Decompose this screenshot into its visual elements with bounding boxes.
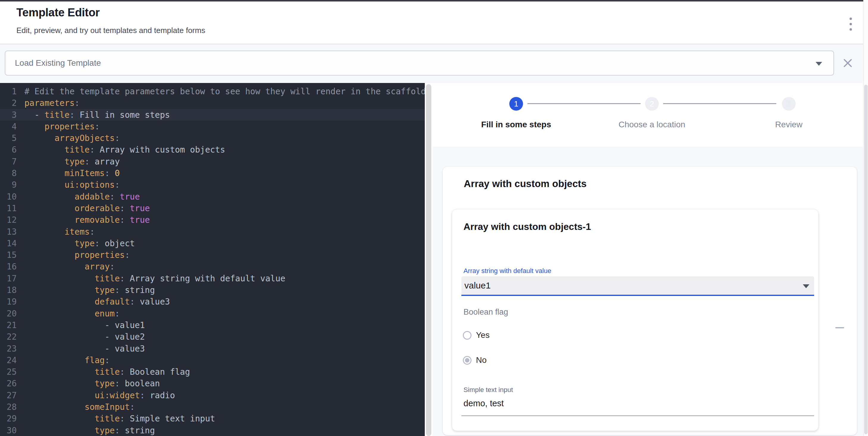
- code-line[interactable]: 7 type: array: [0, 156, 425, 167]
- kebab-menu-icon[interactable]: [845, 17, 857, 31]
- toolbar: Load Existing Template: [0, 44, 868, 83]
- line-number: 27: [0, 390, 17, 401]
- code-line[interactable]: 8 minItems: 0: [0, 167, 425, 179]
- step-label: Review: [775, 120, 803, 129]
- page-scrollbar[interactable]: [864, 85, 868, 434]
- select-caret-icon: [803, 284, 809, 288]
- array-item-card: Array with custom objects-1 Array string…: [452, 209, 818, 431]
- line-number: 9: [0, 179, 17, 191]
- line-number: 16: [0, 261, 17, 272]
- code-line[interactable]: 11 orderable: true: [0, 203, 425, 214]
- form-card: Array with custom objects Array with cus…: [443, 167, 857, 435]
- code-line[interactable]: 21 - value1: [0, 320, 425, 331]
- code-line[interactable]: 13 items:: [0, 226, 425, 238]
- clear-template-button[interactable]: [842, 57, 854, 69]
- load-template-placeholder: Load Existing Template: [15, 58, 101, 68]
- code-line[interactable]: 10 addable: true: [0, 191, 425, 203]
- line-number: 13: [0, 226, 17, 238]
- stepper-connector: [663, 103, 776, 104]
- line-number: 18: [0, 284, 17, 296]
- line-number: 28: [0, 401, 17, 413]
- stepper: 1Fill in some steps2Choose a location3Re…: [433, 83, 868, 146]
- code-line[interactable]: 30 type: string: [0, 425, 425, 436]
- line-number: 4: [0, 121, 17, 132]
- line-number: 2: [0, 97, 17, 109]
- line-number: 17: [0, 273, 17, 284]
- code-line[interactable]: 9 ui:options:: [0, 179, 425, 191]
- text-field-label: Simple text input: [463, 386, 513, 394]
- stepper-connector: [527, 103, 641, 104]
- text-field-underline: [461, 415, 814, 416]
- radio-option[interactable]: Yes: [463, 327, 642, 344]
- line-number: 12: [0, 214, 17, 226]
- code-editor[interactable]: 1# Edit the template parameters below to…: [0, 83, 425, 436]
- line-number: 22: [0, 331, 17, 343]
- code-lines: 1# Edit the template parameters below to…: [0, 86, 425, 436]
- chevron-down-icon: [816, 62, 822, 66]
- code-line[interactable]: 14 type: object: [0, 238, 425, 249]
- code-line[interactable]: 2parameters:: [0, 97, 425, 109]
- code-line[interactable]: 4 properties:: [0, 121, 425, 132]
- code-line[interactable]: 27 ui:widget: radio: [0, 390, 425, 401]
- preview-panel: Array with custom objects Array with cus…: [433, 146, 868, 436]
- line-number: 1: [0, 86, 17, 97]
- radio-option-label: Yes: [476, 330, 490, 340]
- line-number: 3: [0, 109, 17, 121]
- line-number: 5: [0, 132, 17, 144]
- code-line[interactable]: 5 arrayObjects:: [0, 132, 425, 144]
- step-label: Choose a location: [619, 120, 685, 129]
- kebab-dot: [849, 23, 852, 25]
- remove-item-button[interactable]: [831, 323, 848, 333]
- line-number: 24: [0, 355, 17, 366]
- line-number: 30: [0, 425, 17, 436]
- code-line[interactable]: 22 - value2: [0, 331, 425, 343]
- code-line[interactable]: 3 - title: Fill in some steps: [0, 109, 425, 121]
- simple-text-input[interactable]: demo, test: [463, 399, 504, 408]
- form-section-title: Array with custom objects: [464, 178, 587, 190]
- code-line[interactable]: 26 type: boolean: [0, 378, 425, 389]
- radio-selected-icon: [463, 356, 471, 365]
- kebab-dot: [849, 28, 852, 31]
- line-number: 10: [0, 191, 17, 203]
- line-number: 29: [0, 413, 17, 425]
- code-line[interactable]: 25 title: Boolean flag: [0, 366, 425, 378]
- load-template-select[interactable]: Load Existing Template: [5, 51, 834, 75]
- code-line[interactable]: 28 someInput:: [0, 401, 425, 413]
- kebab-dot: [849, 18, 852, 20]
- line-number: 14: [0, 238, 17, 249]
- line-number: 26: [0, 378, 17, 389]
- code-line[interactable]: 6 title: Array with custom objects: [0, 144, 425, 156]
- code-line[interactable]: 1# Edit the template parameters below to…: [0, 86, 425, 97]
- page-subtitle: Edit, preview, and try out templates and…: [17, 26, 205, 35]
- line-number: 15: [0, 249, 17, 261]
- code-line[interactable]: 18 type: string: [0, 284, 425, 296]
- radio-group-options: YesNo: [463, 327, 642, 376]
- editor-scrollbar[interactable]: [426, 84, 431, 436]
- array-string-select[interactable]: value1: [461, 276, 814, 296]
- code-line[interactable]: 12 removable: true: [0, 214, 425, 226]
- code-line[interactable]: 29 title: Simple text input: [0, 413, 425, 425]
- step-circle[interactable]: 3: [782, 97, 796, 111]
- code-line[interactable]: 19 default: value3: [0, 296, 425, 307]
- radio-group-label: Boolean flag: [463, 307, 508, 317]
- line-number: 20: [0, 308, 17, 320]
- line-number: 11: [0, 203, 17, 214]
- app-header: Template Editor Edit, preview, and try o…: [0, 1, 868, 44]
- select-value: value1: [464, 280, 491, 291]
- code-line[interactable]: 17 title: Array string with default valu…: [0, 273, 425, 284]
- line-number: 25: [0, 366, 17, 378]
- code-line[interactable]: 20 enum:: [0, 308, 425, 320]
- close-icon: [842, 57, 854, 69]
- radio-unselected-icon: [463, 331, 471, 340]
- line-number: 21: [0, 320, 17, 331]
- page-title: Template Editor: [17, 6, 100, 19]
- code-line[interactable]: 24 flag:: [0, 355, 425, 366]
- radio-option[interactable]: No: [463, 351, 642, 369]
- step-label: Fill in some steps: [481, 120, 551, 129]
- step-circle[interactable]: 1: [509, 97, 523, 111]
- code-line[interactable]: 23 - value3: [0, 343, 425, 355]
- code-line[interactable]: 16 array:: [0, 261, 425, 272]
- code-line[interactable]: 15 properties:: [0, 249, 425, 261]
- line-number: 6: [0, 144, 17, 156]
- step-circle[interactable]: 2: [645, 97, 659, 111]
